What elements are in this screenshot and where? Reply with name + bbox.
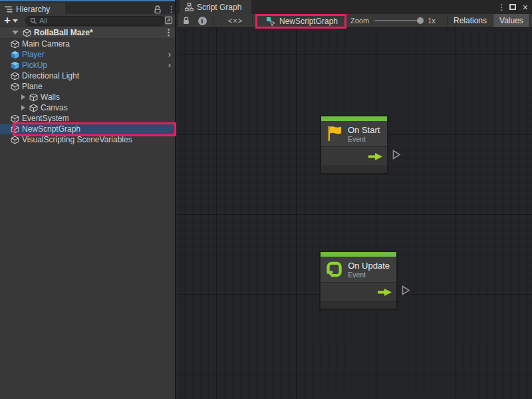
hierarchy-toolbar: + All (0, 14, 175, 27)
flow-arrow-icon (368, 152, 382, 161)
gameobject-icon (11, 125, 19, 134)
tree-item-label: Player (22, 50, 45, 59)
prefab-icon (11, 61, 19, 70)
tree-item-label: Canvas (41, 103, 68, 112)
zoom-value: 1x (428, 17, 436, 25)
graph-canvas[interactable]: On Start Event (178, 28, 532, 399)
external-port-icon[interactable] (401, 285, 410, 296)
tab-script-graph-label: Script Graph (197, 3, 241, 12)
node-title: On Update (348, 261, 390, 271)
graph-name-button[interactable]: NewScriptGraph (259, 15, 345, 27)
unlock-icon[interactable] (154, 5, 162, 14)
node-subtitle: Event (348, 271, 390, 279)
node-subtitle: Event (348, 135, 380, 143)
unity-scene-icon (23, 29, 31, 37)
tree-item-label: EventSystem (22, 114, 69, 123)
node-title: On Start (348, 125, 380, 135)
node-on-start[interactable]: On Start Event (321, 116, 388, 174)
graph-name-label: NewScriptGraph (279, 17, 338, 26)
node-header-bar (321, 252, 396, 257)
flow-arrow-icon (378, 288, 392, 297)
tree-item-player[interactable]: Player › (0, 49, 175, 60)
scene-header-row[interactable]: RollaBall Maze* ⋮ (0, 27, 175, 39)
scene-name: RollaBall Maze* (34, 28, 93, 37)
hierarchy-tree: Main Camera Player › PickUp › Directiona… (0, 39, 175, 145)
tree-item-visualscripting-scenevariables[interactable]: VisualScripting SceneVariables (0, 134, 175, 145)
loop-icon (326, 261, 342, 278)
toolbar-separator (252, 16, 253, 25)
node-on-update[interactable]: On Update Event (320, 251, 397, 309)
expand-arrow-icon[interactable] (21, 105, 25, 110)
lock-icon[interactable] (181, 14, 192, 27)
script-graph-asset-icon (266, 17, 275, 26)
gameobject-icon (11, 40, 19, 49)
script-graph-toolbar: i <×> NewScriptGraph Zoom 1x Relations (178, 14, 532, 28)
tree-item-label: NewScriptGraph (22, 124, 80, 134)
values-button[interactable]: Values (493, 14, 529, 27)
gameobject-icon (29, 93, 38, 102)
tree-item-label: Main Camera (22, 39, 70, 49)
search-icon (30, 17, 37, 25)
plus-icon: + (4, 16, 11, 25)
relations-button[interactable]: Relations (447, 14, 493, 27)
add-object-button[interactable]: + (4, 16, 18, 25)
maximize-icon[interactable] (509, 4, 516, 10)
info-icon[interactable]: i (197, 14, 207, 27)
tree-item-main-camera[interactable]: Main Camera (0, 39, 175, 49)
tree-item-label: Walls (41, 92, 60, 102)
prefab-chevron-icon[interactable]: › (168, 60, 171, 70)
dim-button[interactable]: Dim (529, 14, 532, 27)
collapse-arrow-icon[interactable] (12, 31, 19, 35)
gameobject-icon (29, 104, 38, 112)
window-menu-icon[interactable]: ⋮ (497, 3, 503, 11)
tree-item-label: PickUp (22, 61, 47, 70)
node-output-port-row[interactable] (321, 282, 396, 301)
prefab-icon (11, 51, 19, 59)
hierarchy-panel: Hierarchy ⋮ + All (0, 0, 176, 399)
gameobject-icon (11, 136, 19, 144)
hierarchy-menu-icon[interactable]: ⋮ (167, 5, 172, 13)
prefab-chevron-icon[interactable]: › (168, 49, 171, 60)
tree-item-pickup[interactable]: PickUp › (0, 60, 175, 70)
search-picker-icon[interactable] (164, 16, 173, 25)
gameobject-icon (11, 72, 19, 80)
scene-menu-icon[interactable]: ⋮ (164, 28, 170, 37)
node-footer (321, 166, 387, 173)
tree-item-eventsystem[interactable]: EventSystem (0, 113, 175, 124)
search-placeholder: All (39, 17, 47, 25)
node-header-bar (321, 116, 387, 121)
toolbar-separator (213, 16, 213, 25)
node-footer (321, 301, 396, 309)
tree-item-label: VisualScripting SceneVariables (22, 135, 132, 144)
hierarchy-icon (5, 5, 13, 13)
close-icon[interactable]: × (523, 3, 528, 12)
gameobject-icon (11, 114, 19, 123)
gameobject-icon (11, 82, 19, 91)
zoom-slider[interactable] (374, 20, 422, 21)
tree-item-label: Plane (22, 82, 43, 91)
tree-item-walls[interactable]: Walls (0, 92, 175, 102)
expand-arrow-icon[interactable] (21, 94, 25, 100)
tree-item-canvas[interactable]: Canvas (0, 102, 175, 113)
graph-icon (185, 3, 194, 11)
zoom-slider-handle[interactable] (417, 17, 424, 24)
dropdown-arrow-icon (13, 19, 18, 23)
hierarchy-tabbar: Hierarchy ⋮ (0, 0, 175, 14)
tree-item-label: Directional Light (22, 71, 79, 80)
script-graph-tabbar: Script Graph ⋮ × (178, 0, 532, 14)
tab-script-graph[interactable]: Script Graph (180, 0, 251, 14)
tree-item-newscriptgraph[interactable]: NewScriptGraph (0, 124, 175, 134)
tree-item-directional-light[interactable]: Directional Light (0, 70, 175, 81)
external-port-icon[interactable] (392, 149, 401, 160)
node-output-port-row[interactable] (321, 146, 387, 166)
hierarchy-search-input[interactable]: All (25, 16, 166, 26)
script-graph-panel: Script Graph ⋮ × i <×> (178, 0, 532, 399)
code-view-icon[interactable]: <×> (224, 14, 247, 27)
tab-hierarchy-label: Hierarchy (16, 5, 50, 14)
tree-item-plane[interactable]: Plane (0, 81, 175, 92)
flag-icon (327, 125, 342, 142)
zoom-label: Zoom (350, 17, 369, 25)
